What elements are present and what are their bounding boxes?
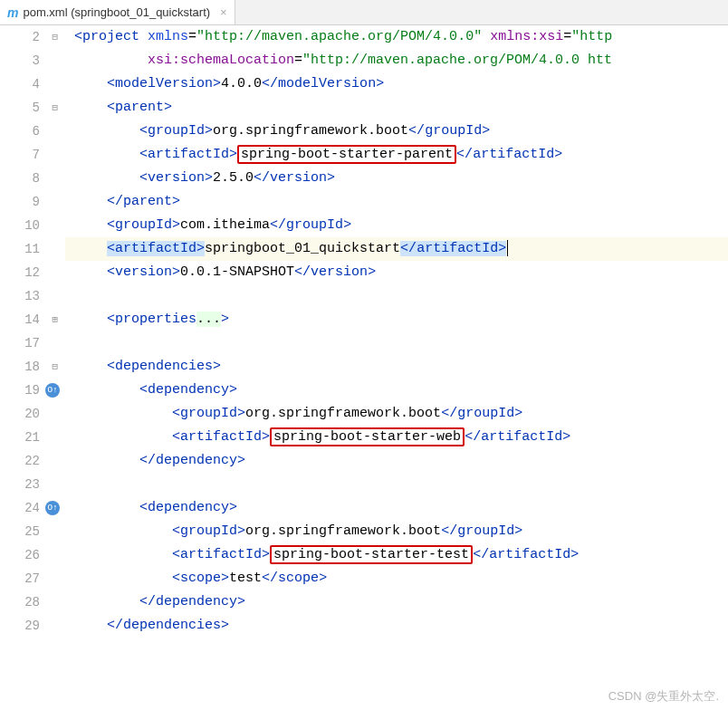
code-line: </dependency> [65,590,728,614]
code-line: xsi:schemaLocation="http://maven.apache.… [65,49,728,72]
line-number: 9 [0,190,65,214]
line-number: 2⊟ [0,25,65,49]
line-number: 17 [0,331,65,355]
code-line: <groupId>org.springframework.boot</group… [65,120,728,143]
maven-file-icon: m [7,5,18,20]
editor-area: 2⊟345⊟67891011121314⊞1718⊟19⊟o2021222324… [0,25,728,638]
text-cursor [507,240,508,256]
code-line: </parent> [65,190,728,214]
line-number: 19⊟o [0,379,65,402]
code-line: <artifactId>spring-boot-starter-parent</… [65,143,728,167]
line-number: 23 [0,473,65,496]
line-number: 26 [0,543,65,567]
code-line: <dependency> [65,379,728,402]
line-number: 8 [0,167,65,190]
line-number: 29 [0,614,65,638]
line-number: 20 [0,402,65,426]
fold-collapse-icon[interactable]: ⊟ [52,25,58,49]
code-line: <version>0.0.1-SNAPSHOT</version> [65,261,728,284]
code-line [65,331,728,355]
line-number: 10 [0,214,65,237]
line-number: 21 [0,426,65,449]
line-number: 18⊟ [0,355,65,379]
code-area[interactable]: <project xmlns="http://maven.apache.org/… [65,25,728,638]
code-line: <project xmlns="http://maven.apache.org/… [65,25,728,49]
line-number: 7 [0,143,65,167]
code-line: <artifactId>spring-boot-starter-test</ar… [65,543,728,567]
code-line: <properties...> [65,308,728,331]
line-number: 24⊟o [0,496,65,520]
code-line: <scope>test</scope> [65,567,728,590]
code-line-current: <artifactId>springboot_01_quickstart</ar… [65,237,728,261]
code-line: <groupId>org.springframework.boot</group… [65,402,728,426]
override-marker-icon[interactable]: o [45,383,60,398]
line-number: 5⊟ [0,96,65,120]
code-line: <version>2.5.0</version> [65,167,728,190]
code-line: <dependency> [65,496,728,520]
line-number: 12 [0,261,65,284]
line-number: 4 [0,72,65,96]
code-line: </dependencies> [65,614,728,638]
line-number: 13 [0,284,65,308]
line-number: 11 [0,237,65,261]
code-line: <groupId>org.springframework.boot</group… [65,520,728,543]
code-line: <modelVersion>4.0.0</modelVersion> [65,72,728,96]
override-marker-icon[interactable]: o [45,501,60,515]
fold-collapse-icon[interactable]: ⊟ [52,355,58,379]
tab-bar: m pom.xml (springboot_01_quickstart) × [0,0,728,25]
fold-expand-icon[interactable]: ⊞ [52,308,58,331]
line-number: 27 [0,567,65,590]
line-number: 25 [0,520,65,543]
code-line: <parent> [65,96,728,120]
line-gutter: 2⊟345⊟67891011121314⊞1718⊟19⊟o2021222324… [0,25,65,638]
line-number: 3 [0,49,65,72]
file-tab[interactable]: m pom.xml (springboot_01_quickstart) × [0,0,235,24]
code-line [65,473,728,496]
line-number: 14⊞ [0,308,65,331]
tab-label: pom.xml (springboot_01_quickstart) [23,5,210,19]
code-line: </dependency> [65,449,728,473]
fold-collapse-icon[interactable]: ⊟ [52,96,58,120]
line-number: 28 [0,590,65,614]
code-line: <dependencies> [65,355,728,379]
code-line [65,284,728,308]
code-line: <artifactId>spring-boot-starter-web</art… [65,426,728,449]
code-line: <groupId>com.itheima</groupId> [65,214,728,237]
line-number: 22 [0,449,65,473]
line-number: 6 [0,120,65,143]
close-icon[interactable]: × [220,5,227,19]
